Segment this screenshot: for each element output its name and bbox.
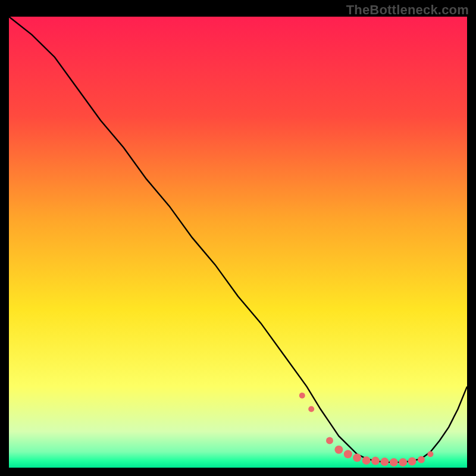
highlight-dot — [418, 456, 425, 463]
highlight-dot — [344, 450, 352, 458]
bottleneck-chart — [0, 0, 476, 476]
highlight-dot — [326, 437, 333, 444]
chart-stage: TheBottleneck.com — [0, 0, 476, 476]
highlight-dot — [408, 457, 416, 465]
highlight-dot — [380, 458, 389, 466]
highlight-dot — [371, 457, 380, 465]
highlight-dot — [427, 451, 433, 457]
highlight-dot — [390, 458, 398, 466]
highlight-dot — [362, 456, 371, 465]
highlight-dot — [334, 446, 343, 454]
plot-background — [9, 17, 467, 468]
highlight-dot — [399, 458, 407, 466]
highlight-dot — [299, 393, 305, 399]
highlight-dot — [308, 406, 314, 412]
watermark-label: TheBottleneck.com — [346, 2, 469, 18]
highlight-dot — [353, 453, 361, 462]
